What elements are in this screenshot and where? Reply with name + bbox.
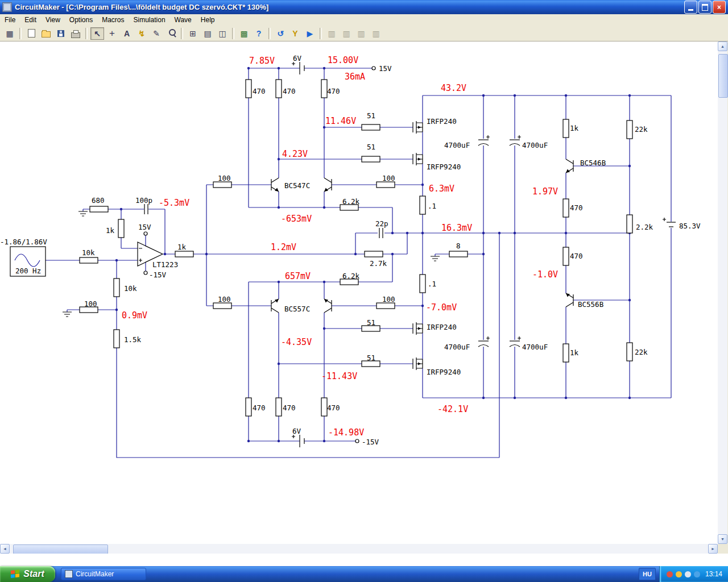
restore-button[interactable] xyxy=(698,1,712,14)
battery[interactable] xyxy=(300,435,304,447)
select-tool-button[interactable]: ↖ xyxy=(90,27,104,40)
resistor[interactable] xyxy=(362,124,380,130)
new-file-button[interactable] xyxy=(24,27,38,40)
scroll-left-button[interactable]: ◄ xyxy=(0,544,10,554)
resistor[interactable] xyxy=(365,251,383,257)
ground-symbol[interactable] xyxy=(78,211,88,216)
fit-to-page-button[interactable]: ⊞ xyxy=(186,27,200,40)
resistor[interactable] xyxy=(118,219,124,238)
resistor[interactable] xyxy=(80,257,98,263)
volume-icon[interactable] xyxy=(685,571,691,577)
start-button[interactable]: Start xyxy=(0,566,55,582)
resistor[interactable] xyxy=(563,119,569,138)
scope-window-2-button[interactable]: ▥ xyxy=(340,27,353,40)
part-browser-button[interactable]: ▦ xyxy=(3,27,16,40)
supply-terminal[interactable] xyxy=(355,439,359,443)
resistor[interactable] xyxy=(276,80,282,98)
help-tool-button[interactable]: ? xyxy=(252,27,266,40)
probe-tool-button[interactable]: ✎ xyxy=(150,27,163,40)
transistor[interactable] xyxy=(271,299,279,313)
resistor[interactable] xyxy=(449,251,468,257)
resistor[interactable] xyxy=(420,196,425,214)
resistor[interactable] xyxy=(276,398,282,416)
taskbar-app-button[interactable]: CircuitMaker xyxy=(61,568,146,580)
run-simulation-button[interactable]: ▶ xyxy=(303,27,317,40)
wire-tool-button[interactable]: + xyxy=(105,27,119,40)
supply-terminal[interactable] xyxy=(372,66,375,70)
resistor[interactable] xyxy=(362,156,380,162)
resistor[interactable] xyxy=(246,80,251,98)
menu-edit[interactable]: Edit xyxy=(20,15,41,25)
resistor[interactable] xyxy=(627,120,632,139)
mosfet[interactable] xyxy=(413,322,423,335)
probe-y-button[interactable]: Y xyxy=(288,27,302,40)
capacitor-electrolytic[interactable] xyxy=(510,341,520,347)
menu-macros[interactable]: Macros xyxy=(97,15,129,25)
menu-file[interactable]: File xyxy=(0,15,20,25)
open-file-button[interactable] xyxy=(39,27,53,40)
scroll-right-button[interactable]: ► xyxy=(708,544,718,554)
horizontal-scroll-thumb[interactable] xyxy=(13,544,108,554)
resistor[interactable] xyxy=(90,206,108,212)
capacitor[interactable] xyxy=(379,228,383,238)
mosfet[interactable] xyxy=(413,153,423,165)
split-view-button[interactable]: ◫ xyxy=(216,27,229,40)
resistor[interactable] xyxy=(213,182,231,188)
transistor[interactable] xyxy=(566,293,573,307)
supply-terminal[interactable] xyxy=(144,232,147,235)
ground-symbol[interactable] xyxy=(431,256,440,261)
delete-tool-button[interactable]: ↯ xyxy=(135,27,148,40)
tray-icon-3[interactable] xyxy=(694,571,700,577)
title-bar[interactable]: CircuitMaker - [C:\Program Files\...\föl… xyxy=(0,0,728,14)
capacitor-electrolytic[interactable] xyxy=(478,140,489,146)
resistor[interactable] xyxy=(114,330,119,348)
save-file-button[interactable] xyxy=(54,27,68,40)
mosfet[interactable] xyxy=(413,357,423,370)
supply-terminal[interactable] xyxy=(144,271,147,275)
text-tool-button[interactable]: A xyxy=(120,27,134,40)
vertical-scrollbar[interactable]: ▲ ▼ xyxy=(718,41,727,544)
scope-window-4-button[interactable]: ▥ xyxy=(369,27,383,40)
mosfet[interactable] xyxy=(413,121,423,134)
language-indicator[interactable]: HU xyxy=(639,568,656,580)
zoom-tool-button[interactable] xyxy=(164,27,178,40)
close-button[interactable]: × xyxy=(713,1,726,14)
resistor[interactable] xyxy=(175,251,193,257)
menu-simulation[interactable]: Simulation xyxy=(129,15,170,25)
resistor[interactable] xyxy=(627,343,632,361)
capacitor-electrolytic[interactable] xyxy=(478,341,489,347)
vertical-scroll-thumb[interactable] xyxy=(718,54,728,98)
schematic-canvas[interactable]: 7.85V 15.00V 36mA 43.2V 11.46V 4.23V -5.… xyxy=(0,41,718,544)
reset-simulation-button[interactable]: ↺ xyxy=(274,27,287,40)
resistor[interactable] xyxy=(627,215,632,233)
resistor[interactable] xyxy=(321,398,327,416)
scope-window-1-button[interactable]: ▥ xyxy=(325,27,338,40)
transistor[interactable] xyxy=(324,299,332,313)
scroll-down-button[interactable]: ▼ xyxy=(718,534,727,544)
resistor[interactable] xyxy=(563,247,569,265)
capacitor-electrolytic[interactable] xyxy=(510,140,520,146)
scope-window-3-button[interactable]: ▥ xyxy=(354,27,368,40)
resistor[interactable] xyxy=(246,398,251,416)
menu-wave[interactable]: Wave xyxy=(170,15,196,25)
resistor[interactable] xyxy=(321,80,327,98)
capacitor[interactable] xyxy=(144,204,148,214)
sheet-view-button[interactable]: ▤ xyxy=(201,27,214,40)
ground-symbol[interactable] xyxy=(63,312,72,317)
menu-options[interactable]: Options xyxy=(65,15,97,25)
resistor[interactable] xyxy=(563,199,569,217)
transistor[interactable] xyxy=(324,178,332,192)
scroll-up-button[interactable]: ▲ xyxy=(718,41,727,51)
battery[interactable] xyxy=(300,62,304,74)
resistor[interactable] xyxy=(563,344,569,362)
menu-view[interactable]: View xyxy=(41,15,65,25)
tray-icon-1[interactable] xyxy=(667,571,673,577)
battery[interactable] xyxy=(667,222,676,227)
menu-help[interactable]: Help xyxy=(196,15,220,25)
transistor[interactable] xyxy=(566,159,573,173)
minimize-button[interactable] xyxy=(684,1,697,14)
resistor[interactable] xyxy=(420,275,425,293)
tray-icon-2[interactable] xyxy=(676,571,682,577)
mixed-mode-button[interactable]: ▩ xyxy=(237,27,251,40)
resistor[interactable] xyxy=(114,278,119,297)
